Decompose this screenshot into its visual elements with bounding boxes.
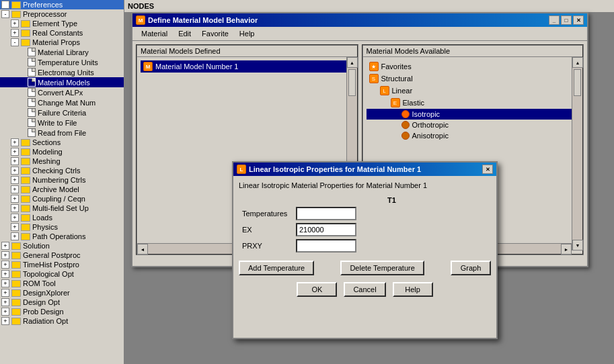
toggle-radiation-opt[interactable]: + [1,317,9,325]
scroll-left-btn[interactable]: ◄ [137,244,148,255]
sidebar-item-material-models[interactable]: Material Models [0,77,124,87]
toggle-path-operations[interactable]: + [11,232,19,240]
sidebar-item-multi-field[interactable]: + Multi-field Set Up [0,203,124,213]
tree-item-anisotropic[interactable]: Anisotropic [367,130,580,141]
sidebar-item-sections[interactable]: + Sections [0,138,124,147]
toggle-preferences[interactable]: + [1,1,9,9]
sidebar-item-rom-tool[interactable]: + ROM Tool [0,279,124,288]
sidebar-item-radiation-opt[interactable]: + Radiation Opt [0,316,124,326]
folder-icon [11,299,21,306]
sidebar-item-convert-alpx[interactable]: Convert ALPx [0,87,124,97]
toggle-multi-field[interactable]: + [11,204,19,212]
delete-temperature-button[interactable]: Delete Temperature [340,261,424,275]
sidebar-item-element-type[interactable]: + Element Type [0,19,124,28]
temperatures-input[interactable] [296,207,356,220]
toggle-design-opt[interactable]: + [1,298,9,306]
scroll-thumb-r[interactable] [574,69,581,96]
sidebar-item-failure-criteria[interactable]: Failure Criteria [0,107,124,118]
sidebar-item-modeling[interactable]: + Modeling [0,147,124,156]
right-panel-scrollbar-y[interactable]: ▲ ▼ [572,57,582,251]
linear-dialog-subtitle: Linear Isotropic Material Properties for… [239,181,491,189]
toggle-solution[interactable]: + [1,242,9,250]
toggle-material-props[interactable]: - [11,38,19,46]
toggle-sections[interactable]: + [11,138,19,146]
scroll-up-btn[interactable]: ▲ [347,57,358,68]
sidebar-item-path-operations[interactable]: + Path Operations [0,232,124,241]
toggle-timehist[interactable]: + [1,261,9,269]
sidebar-item-designxplorer[interactable]: + DesignXplorer [0,288,124,298]
toggle-archive-model[interactable]: + [11,185,19,193]
ok-button[interactable]: OK [297,282,337,297]
prxy-input[interactable] [296,239,356,253]
sidebar-item-physics[interactable]: + Physics [0,222,124,232]
sidebar-item-change-mat-num[interactable]: Change Mat Num [0,97,124,107]
scroll-right-btn-r[interactable]: ► [561,244,572,255]
sidebar-item-material-library[interactable]: Material Library [0,47,124,57]
sidebar-item-meshing[interactable]: + Meshing [0,156,124,166]
sidebar-item-preprocessor[interactable]: - Preprocessor [0,9,124,19]
tree-item-elastic[interactable]: E Elastic [367,97,580,109]
toggle-loads[interactable]: + [11,214,19,222]
sidebar-item-electromag-units[interactable]: Electromag Units [0,67,124,77]
menu-help[interactable]: Help [234,28,260,39]
toggle-meshing[interactable]: + [11,157,19,165]
toggle-modeling[interactable]: + [11,148,19,156]
add-temperature-button[interactable]: Add Temperature [239,261,314,275]
sidebar-item-solution[interactable]: + Solution [0,241,124,251]
sidebar-item-preferences[interactable]: + Preferences [0,0,124,9]
toggle-real-constants[interactable]: + [11,29,19,37]
scroll-thumb[interactable] [348,69,356,96]
toggle-numbering-ctrls[interactable]: + [11,176,19,184]
toggle-topological[interactable]: + [1,270,9,278]
sidebar-item-topological-opt[interactable]: + Topological Opt [0,269,124,279]
sidebar-item-general-postproc[interactable]: + General Postproc [0,251,124,260]
toggle-prob-design[interactable]: + [1,308,9,316]
tree-item-favorites[interactable]: ★ Favorites [367,60,580,73]
toggle-coupling-ceqn[interactable]: + [11,195,19,203]
linear-dialog-title: Linear Isotropic Properties for Material… [249,165,421,173]
sidebar-item-timehist-postpro[interactable]: + TimeHist Postpro [0,260,124,269]
sidebar-item-checking-ctrls[interactable]: + Checking Ctrls [0,166,124,175]
material-model-item-1[interactable]: M Material Model Number 1 [141,60,354,73]
sidebar-label-material-props: Material Props [32,38,80,46]
toggle-rom-tool[interactable]: + [1,279,9,287]
sidebar-item-prob-design[interactable]: + Prob Design [0,307,124,316]
toggle-designxplorer[interactable]: + [1,289,9,297]
tree-item-linear[interactable]: L Linear [367,85,580,97]
toggle-checking-ctrls[interactable]: + [11,167,19,175]
toggle-preprocessor[interactable]: - [1,10,9,18]
help-button[interactable]: Help [393,282,433,297]
sidebar-item-write-to-file[interactable]: Write to File [0,118,124,128]
tree-item-orthotropic[interactable]: Orthotropic [367,120,580,130]
folder-icon [21,167,30,175]
sidebar-label-design-opt: Design Opt [23,298,60,306]
menu-favorite[interactable]: Favorite [196,28,234,39]
sidebar-item-numbering-ctrls[interactable]: + Numbering Ctrls [0,175,124,185]
ex-input[interactable] [296,223,356,236]
menu-edit[interactable]: Edit [173,28,196,39]
scroll-down-btn-r[interactable]: ▼ [572,240,583,251]
menu-material[interactable]: Material [136,28,173,39]
sidebar-item-coupling-ceqn[interactable]: + Coupling / Ceqn [0,194,124,203]
cancel-button[interactable]: Cancel [344,282,385,297]
sidebar-item-temperature-units[interactable]: Temperature Units [0,57,124,67]
maximize-button[interactable]: □ [561,15,572,25]
close-button[interactable]: ✕ [573,15,584,25]
sidebar-item-design-opt[interactable]: + Design Opt [0,298,124,307]
toggle-general-postproc[interactable]: + [1,251,9,259]
toggle-element-type[interactable]: + [11,19,19,28]
sidebar-item-archive-model[interactable]: + Archive Model [0,185,124,194]
sidebar-item-loads[interactable]: + Loads [0,213,124,222]
minimize-button[interactable]: _ [549,15,560,25]
tree-item-isotropic[interactable]: Isotropic [367,109,580,120]
graph-button[interactable]: Graph [451,261,491,275]
material-dialog-title: Define Material Model Behavior [148,16,258,24]
sidebar-label-read-from-file: Read from File [38,129,86,137]
tree-item-structural[interactable]: S Structural [367,73,580,85]
linear-close-button[interactable]: ✕ [482,165,493,174]
sidebar-item-real-constants[interactable]: + Real Constants [0,28,124,38]
sidebar-item-material-props[interactable]: - Material Props [0,38,124,47]
toggle-physics[interactable]: + [11,223,19,231]
sidebar-item-read-from-file[interactable]: Read from File [0,128,124,138]
scroll-up-btn-r[interactable]: ▲ [572,57,583,68]
